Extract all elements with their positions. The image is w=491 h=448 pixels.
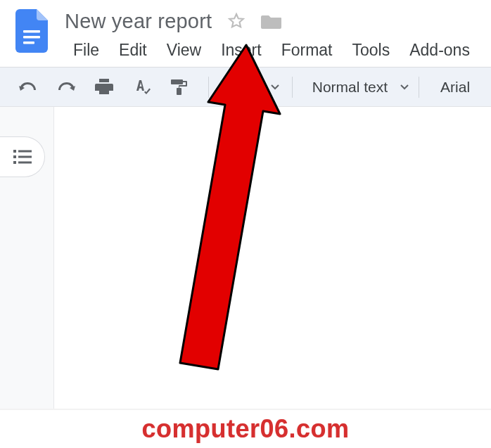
star-icon[interactable] (227, 12, 246, 30)
app-frame: New year report File Edit View Insert Fo (0, 0, 491, 448)
svg-rect-2 (23, 41, 34, 44)
svg-rect-7 (13, 161, 16, 164)
menu-insert[interactable]: Insert (212, 38, 273, 67)
toolbar-separator (419, 77, 419, 98)
title-block: New year report File Edit View Insert Fo (65, 6, 491, 67)
menu-format[interactable]: Format (273, 38, 344, 67)
doc-title-row: New year report (65, 7, 491, 35)
menu-addons[interactable]: Add-ons (401, 38, 481, 67)
print-icon[interactable] (91, 75, 117, 100)
menu-view[interactable]: View (158, 38, 212, 67)
style-label: Normal text (312, 79, 388, 96)
zoom-label: 100% (223, 79, 261, 96)
svg-rect-0 (23, 30, 40, 33)
svg-rect-8 (18, 162, 32, 164)
watermark-text: computer06.com (141, 414, 349, 444)
chevron-down-icon (400, 84, 409, 90)
paint-format-icon[interactable] (167, 75, 193, 100)
menu-edit[interactable]: Edit (110, 38, 158, 67)
menu-tools[interactable]: Tools (344, 38, 402, 67)
undo-icon[interactable] (15, 75, 41, 100)
toolbar-separator (292, 77, 293, 98)
header: New year report File Edit View Insert Fo (0, 0, 491, 67)
font-family-dropdown[interactable]: Arial (429, 79, 477, 96)
spellcheck-icon[interactable] (129, 75, 155, 100)
chevron-down-icon (271, 84, 279, 90)
redo-icon[interactable] (53, 75, 79, 100)
svg-rect-6 (18, 156, 32, 158)
menubar: File Edit View Insert Format Tools Add-o… (65, 38, 491, 67)
paragraph-style-dropdown[interactable]: Normal text (302, 79, 416, 96)
document-page[interactable] (53, 107, 491, 409)
document-outline-button[interactable] (0, 136, 45, 177)
list-icon (13, 149, 32, 165)
font-label: Arial (440, 79, 470, 95)
move-folder-icon[interactable] (261, 13, 282, 30)
toolbar-wrap: 100% Normal text Arial (0, 67, 491, 106)
doc-title[interactable]: New year report (65, 10, 212, 33)
toolbar-separator (208, 77, 209, 98)
watermark: computer06.com (0, 409, 491, 448)
menu-file[interactable]: File (65, 38, 110, 67)
docs-logo-icon[interactable] (13, 6, 51, 56)
svg-rect-1 (23, 36, 40, 39)
canvas-area (0, 106, 491, 409)
svg-rect-3 (13, 150, 16, 153)
svg-rect-5 (13, 155, 16, 158)
svg-rect-4 (18, 151, 32, 153)
toolbar: 100% Normal text Arial (0, 68, 491, 106)
zoom-dropdown[interactable]: 100% (219, 79, 289, 96)
